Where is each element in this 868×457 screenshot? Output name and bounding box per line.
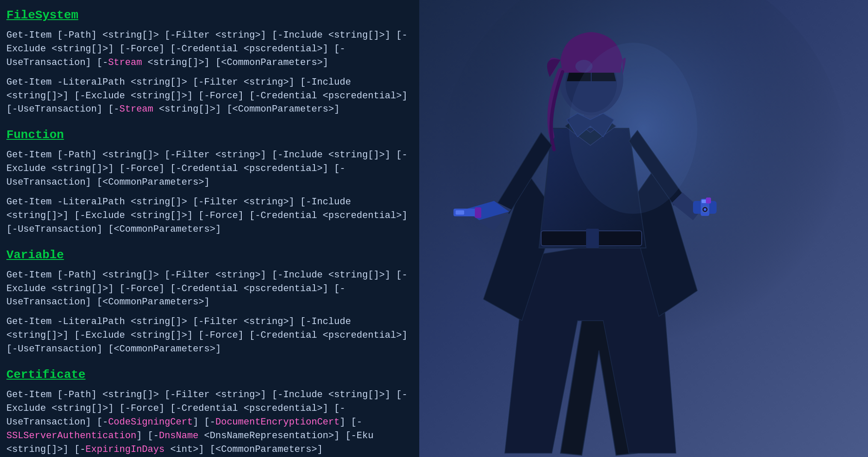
cert-sslauth: SSLServerAuthentication [6, 430, 136, 441]
section-function: Function Get-Item [-Path] <string[]> [-F… [6, 128, 413, 236]
cert-eku: Eku [357, 430, 374, 441]
svg-rect-15 [706, 198, 711, 203]
fs-stream-2: Stream [119, 104, 153, 115]
fn-command-2: Get-Item -LiteralPath <string[]> [-Filte… [6, 195, 413, 236]
cert-docencryption: DocumentEncryptionCert [216, 417, 340, 428]
fs-stream-1: Stream [108, 57, 142, 68]
section-header-filesystem: FileSystem [6, 9, 413, 22]
cert-expiring: ExpiringInDays [86, 444, 165, 455]
cert-codesigning: CodeSigningCert [108, 417, 193, 428]
fn-command-1: Get-Item [-Path] <string[]> [-Filter <st… [6, 148, 413, 189]
var-command-1: Get-Item [-Path] <string[]> [-Filter <st… [6, 268, 413, 310]
svg-rect-2 [586, 229, 599, 248]
svg-rect-9 [475, 207, 481, 218]
main-container: FileSystem Get-Item [-Path] <string[]> [… [0, 0, 868, 457]
section-filesystem: FileSystem Get-Item [-Path] <string[]> [… [6, 9, 413, 116]
cert-command-1: Get-Item [-Path] <string[]> [-Filter <st… [6, 388, 413, 456]
right-panel [419, 0, 868, 457]
section-header-function: Function [6, 128, 413, 142]
svg-point-17 [569, 43, 697, 214]
character-illustration [419, 0, 868, 457]
section-variable: Variable Get-Item [-Path] <string[]> [-F… [6, 248, 413, 356]
fs-command-1: Get-Item [-Path] <string[]> [-Filter <st… [6, 29, 413, 70]
fs-command-2: Get-Item -LiteralPath <string[]> [-Filte… [6, 76, 413, 117]
section-header-variable: Variable [6, 248, 413, 262]
cert-dnsname: DnsName [159, 430, 198, 441]
svg-point-14 [704, 208, 706, 211]
svg-rect-8 [456, 210, 464, 215]
var-command-2: Get-Item -LiteralPath <string[]> [-Filte… [6, 315, 413, 356]
section-certificate: Certificate Get-Item [-Path] <string[]> … [6, 368, 413, 456]
section-header-certificate: Certificate [6, 368, 413, 381]
left-panel: FileSystem Get-Item [-Path] <string[]> [… [0, 0, 419, 457]
